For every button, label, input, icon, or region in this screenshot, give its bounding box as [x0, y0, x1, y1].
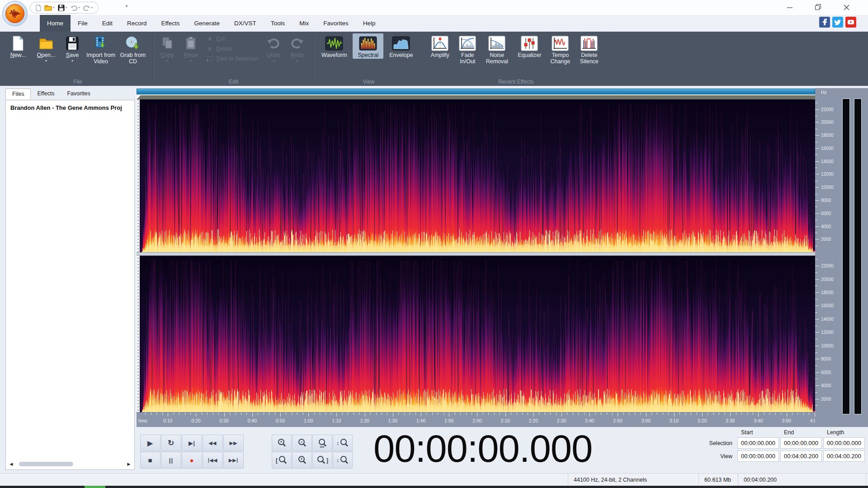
trim-to-selection-button[interactable]: Trim to Selection: [206, 56, 258, 62]
zoom-zoom-1-100-button[interactable]: 100: [312, 435, 332, 451]
quick-redo-caret-icon[interactable]: ▾: [91, 6, 93, 9]
scrollbar-track[interactable]: [15, 461, 125, 467]
ruler-tick: [258, 413, 258, 415]
quick-open-button[interactable]: ▾: [44, 5, 55, 11]
waveform-button[interactable]: Waveform: [316, 33, 352, 59]
ruler-label: 1:00: [304, 418, 313, 423]
quick-redo-button[interactable]: ▾: [83, 5, 93, 11]
dropdown-caret-icon[interactable]: ▾: [296, 59, 298, 63]
spectrogram-channel-1[interactable]: [140, 99, 815, 252]
freq-tick: [815, 372, 819, 373]
zoom-zoom-out-button[interactable]: −: [292, 435, 312, 451]
time-ruler[interactable]: hms 0:100:200:300:400:501:001:101:201:30…: [137, 412, 815, 427]
dropdown-caret-icon[interactable]: ▾: [45, 59, 47, 63]
menu-tab-generate[interactable]: Generate: [187, 15, 227, 32]
title-bar[interactable]: ▾▾▾▾ ▾: [0, 0, 868, 15]
transport-rewind-button[interactable]: ◀◀: [203, 435, 223, 451]
menu-tab-edit[interactable]: Edit: [95, 15, 120, 32]
menu-tab-mix[interactable]: Mix: [292, 15, 316, 32]
file-list-item[interactable]: Brandon Allen - The Gene Ammons Proj: [6, 100, 134, 115]
transport-go-to-start-button[interactable]: |◀◀: [203, 452, 223, 469]
dropdown-caret-icon[interactable]: ▾: [166, 59, 168, 63]
overview-scrollbar[interactable]: [137, 89, 815, 94]
transport-play-button[interactable]: ▶: [140, 435, 160, 451]
minimize-button[interactable]: [780, 0, 800, 14]
freq-tick: [815, 266, 819, 266]
amplify-button[interactable]: Amplify: [426, 33, 454, 59]
view-start-field[interactable]: 00:00:00.000: [737, 450, 779, 462]
menu-tab-help[interactable]: Help: [356, 15, 383, 32]
quick-undo-button[interactable]: ▾: [70, 5, 80, 11]
menu-tab-tools[interactable]: Tools: [264, 15, 292, 32]
spectral-button[interactable]: Spectral: [353, 33, 383, 59]
selection-start-field[interactable]: 00:00:00.000: [737, 437, 779, 449]
quick-undo-caret-icon[interactable]: ▾: [78, 6, 80, 9]
scroll-right-icon[interactable]: ▶: [126, 462, 132, 466]
cut-button[interactable]: ×Cut: [206, 36, 258, 42]
panel-tab-files[interactable]: Files: [5, 89, 31, 99]
envelope-button[interactable]: Envelope: [384, 33, 418, 59]
transport-loop-button[interactable]: ↻: [161, 435, 181, 451]
quick-open-caret-icon[interactable]: ▾: [53, 6, 55, 9]
social-youtube-icon[interactable]: [845, 17, 856, 28]
menu-tab-file[interactable]: File: [71, 15, 95, 32]
dropdown-caret-icon[interactable]: ▾: [273, 59, 274, 63]
noise-removal-button[interactable]: Noise Removal: [481, 33, 513, 65]
open-button[interactable]: Open...▾: [32, 33, 60, 63]
tempo-change-button[interactable]: Tempo Change: [546, 33, 574, 65]
import-from-video-button[interactable]: Import from Video: [85, 33, 117, 65]
ruler-label: 1:20: [360, 418, 369, 423]
zoom-zoom-vertical-out-button[interactable]: ↕: [333, 452, 353, 469]
fade-in-out-button[interactable]: Fade In/Out: [455, 33, 480, 65]
panel-horizontal-scrollbar[interactable]: ◀ ▶: [9, 460, 132, 467]
view-length-field[interactable]: 00:04:00.200: [823, 450, 865, 462]
ruler-tick: [336, 413, 337, 417]
zoom-zoom-vertical-in-button[interactable]: ↕: [333, 435, 353, 451]
social-twitter-icon[interactable]: [832, 17, 843, 28]
zoom-zoom-all-button[interactable]: +: [292, 452, 312, 469]
ruler-tick: [797, 413, 798, 415]
quick-save-button[interactable]: ▾: [58, 5, 67, 11]
freq-label: 14000: [821, 316, 834, 321]
menu-tab-record[interactable]: Record: [120, 15, 154, 32]
delete-button[interactable]: ×Delete: [206, 46, 258, 52]
transport-record-button[interactable]: ●: [182, 452, 202, 469]
save-button[interactable]: Save▾: [61, 33, 84, 63]
panel-tab-effects[interactable]: Effects: [31, 89, 61, 99]
app-logo[interactable]: [2, 1, 28, 26]
transport-fast-forward-button[interactable]: ▶▶: [223, 435, 244, 451]
quick-access-customize-icon[interactable]: ▾: [126, 4, 127, 8]
zoom-zoom-end-button[interactable]: ]: [312, 452, 332, 469]
zoom-zoom-in-button[interactable]: +: [272, 435, 292, 451]
zoom-zoom-selection-button[interactable]: [: [272, 452, 292, 469]
spectrogram-channel-2[interactable]: [140, 256, 815, 412]
channel-divider[interactable]: [137, 252, 815, 256]
quick-new-button[interactable]: [36, 5, 41, 11]
menu-tab-home[interactable]: Home: [40, 15, 71, 32]
transport-go-to-end-button[interactable]: ▶▶|: [223, 452, 244, 469]
selection-length-field[interactable]: 00:00:00.000: [823, 437, 865, 449]
close-button[interactable]: [836, 0, 856, 14]
delete-silence-label: Delete Silence: [576, 52, 602, 65]
dropdown-caret-icon[interactable]: ▾: [190, 59, 192, 63]
menu-tab-dx-vst[interactable]: DX/VST: [227, 15, 264, 32]
menu-tab-favorites[interactable]: Favorites: [316, 15, 356, 32]
selection-end-field[interactable]: 00:00:00.000: [780, 437, 822, 449]
scrollbar-thumb[interactable]: [19, 462, 73, 466]
scroll-left-icon[interactable]: ◀: [9, 462, 14, 466]
transport-play-to-end-button[interactable]: ▶|: [182, 435, 202, 451]
ruler-tick: [505, 413, 506, 417]
delete-silence-button[interactable]: Delete Silence: [575, 33, 603, 65]
panel-tab-favorites[interactable]: Favorites: [61, 89, 96, 99]
quick-save-caret-icon[interactable]: ▾: [66, 6, 67, 9]
restore-button[interactable]: [808, 0, 828, 14]
dropdown-caret-icon[interactable]: ▾: [71, 59, 73, 63]
menu-tab-effects[interactable]: Effects: [154, 15, 187, 32]
grab-from-cd-button[interactable]: Grab from CD: [118, 33, 148, 65]
transport-pause-button[interactable]: ||: [161, 452, 181, 469]
view-end-field[interactable]: 00:04:00.200: [780, 450, 822, 462]
new-button[interactable]: New...: [5, 33, 31, 59]
equalizer-button[interactable]: Equalizer: [514, 33, 545, 59]
transport-stop-button[interactable]: ■: [140, 452, 160, 469]
social-facebook-icon[interactable]: [819, 17, 830, 28]
